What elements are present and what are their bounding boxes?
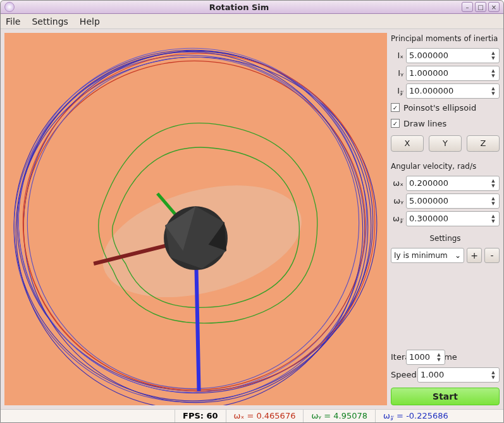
chevron-down-icon[interactable]: ▼ xyxy=(490,201,496,206)
wz-input[interactable]: 0.300000 ▲▼ xyxy=(406,211,500,226)
iterations-input[interactable]: 1000 ▲▼ xyxy=(406,350,445,365)
chevron-down-icon[interactable]: ▼ xyxy=(436,357,442,362)
chevron-down-icon[interactable]: ▼ xyxy=(490,73,496,78)
chevron-down-icon: ⌄ xyxy=(455,251,461,260)
status-wy: ωᵧ = 4.95078 xyxy=(303,410,375,422)
settings-select[interactable]: Iy is minimum ⌄ xyxy=(391,248,464,263)
chevron-up-icon[interactable]: ▲ xyxy=(436,352,442,357)
wz-label: ω𝓏 xyxy=(391,214,403,224)
chevron-down-icon[interactable]: ▼ xyxy=(490,219,496,224)
statusbar: FPS: 60 ωₓ = 0.465676 ωᵧ = 4.95078 ω𝓏 = … xyxy=(1,409,503,422)
view-z-button[interactable]: Z xyxy=(467,135,500,152)
remove-settings-button[interactable]: - xyxy=(484,248,500,263)
poinsot-label: Poinsot's ellipsoid xyxy=(403,103,476,113)
iy-input[interactable]: 1.000000 ▲▼ xyxy=(406,66,500,81)
maximize-button[interactable]: □ xyxy=(475,2,486,12)
ix-input[interactable]: 5.000000 ▲▼ xyxy=(406,48,500,63)
add-settings-button[interactable]: + xyxy=(467,248,482,263)
chevron-up-icon[interactable]: ▲ xyxy=(490,51,496,56)
angvel-header: Angular velocity, rad/s xyxy=(391,162,500,171)
iy-label: Iᵧ xyxy=(391,68,403,78)
scene-svg xyxy=(4,33,387,405)
iz-label: I𝓏 xyxy=(391,86,403,96)
wx-label: ωₓ xyxy=(391,178,403,188)
rotating-body xyxy=(164,206,228,270)
view-y-button[interactable]: Y xyxy=(429,135,462,152)
chevron-up-icon[interactable]: ▲ xyxy=(490,370,496,375)
chevron-down-icon[interactable]: ▼ xyxy=(490,183,496,188)
settings-header: Settings xyxy=(391,234,500,243)
menu-file[interactable]: File xyxy=(6,16,20,27)
minimize-button[interactable]: – xyxy=(462,2,473,12)
iterations-label: Iterations/frame xyxy=(391,352,403,362)
view-x-button[interactable]: X xyxy=(391,135,424,152)
menu-help[interactable]: Help xyxy=(80,16,100,27)
wy-label: ωᵧ xyxy=(391,196,403,205)
viewport-3d[interactable] xyxy=(4,33,387,405)
window-title: Rotation Sim xyxy=(18,3,460,12)
app-window: Rotation Sim – □ × File Settings Help xyxy=(0,0,504,423)
chevron-up-icon[interactable]: ▲ xyxy=(490,86,496,91)
chevron-down-icon[interactable]: ▼ xyxy=(490,91,496,96)
app-icon xyxy=(4,2,15,12)
titlebar[interactable]: Rotation Sim – □ × xyxy=(1,1,503,14)
chevron-down-icon[interactable]: ▼ xyxy=(490,56,496,61)
speed-label: Speed xyxy=(391,370,415,379)
status-wz: ω𝓏 = -0.225686 xyxy=(375,410,456,422)
content-area: Principal moments of inertia Iₓ 5.000000… xyxy=(1,29,503,409)
wy-input[interactable]: 5.000000 ▲▼ xyxy=(406,193,500,209)
close-button[interactable]: × xyxy=(488,2,500,12)
speed-input[interactable]: 1.000 ▲▼ xyxy=(417,367,500,383)
chevron-up-icon[interactable]: ▲ xyxy=(490,178,496,183)
chevron-up-icon[interactable]: ▲ xyxy=(490,214,496,219)
sidebar: Principal moments of inertia Iₓ 5.000000… xyxy=(391,33,500,405)
wx-input[interactable]: 0.200000 ▲▼ xyxy=(406,176,500,191)
menubar: File Settings Help xyxy=(1,14,503,28)
status-wx: ωₓ = 0.465676 xyxy=(226,410,304,422)
fps-display: FPS: 60 xyxy=(175,410,226,422)
chevron-up-icon[interactable]: ▲ xyxy=(490,68,496,73)
chevron-down-icon[interactable]: ▼ xyxy=(490,375,496,380)
ix-label: Iₓ xyxy=(391,51,403,60)
iz-input[interactable]: 10.000000 ▲▼ xyxy=(406,83,500,99)
start-button[interactable]: Start xyxy=(391,388,500,405)
poinsot-checkbox[interactable]: ✓ xyxy=(391,103,400,112)
drawlines-checkbox[interactable]: ✓ xyxy=(391,119,400,128)
drawlines-label: Draw lines xyxy=(403,119,446,128)
chevron-up-icon[interactable]: ▲ xyxy=(490,196,496,201)
menu-settings[interactable]: Settings xyxy=(32,16,68,27)
inertia-header: Principal moments of inertia xyxy=(391,34,500,43)
